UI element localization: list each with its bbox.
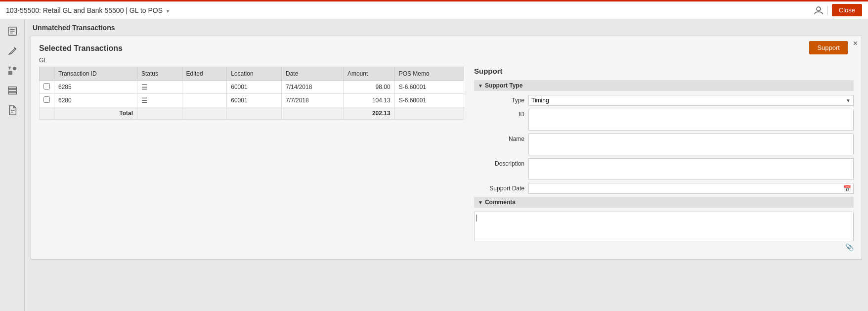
cell-edited-1 bbox=[182, 81, 227, 94]
gl-label: GL bbox=[39, 57, 854, 64]
footer-date-cell bbox=[282, 107, 344, 120]
comments-header-label: Comments bbox=[485, 199, 516, 206]
sidebar bbox=[0, 19, 25, 311]
cell-location-2: 60001 bbox=[227, 94, 282, 107]
svg-rect-11 bbox=[8, 92, 16, 94]
footer-status-cell bbox=[137, 107, 182, 120]
user-icon[interactable] bbox=[814, 5, 824, 15]
footer-total-label: Total bbox=[54, 107, 137, 120]
col-header-edited: Edited bbox=[182, 67, 227, 81]
support-section: Support ▼ Support Type Type Timing Docum… bbox=[474, 67, 854, 251]
footer-location-cell bbox=[227, 107, 282, 120]
cell-checkbox-1[interactable] bbox=[40, 81, 54, 94]
collapse-triangle-comments[interactable]: ▼ bbox=[478, 200, 483, 205]
date-wrapper: 📅 bbox=[528, 183, 854, 194]
description-field[interactable] bbox=[528, 158, 854, 180]
type-select[interactable]: Timing Documentation Other bbox=[528, 95, 854, 106]
paperclip-row: 📎 bbox=[474, 241, 854, 251]
comments-header: ▼ Comments bbox=[474, 197, 854, 208]
support-panel-title: Support bbox=[474, 67, 854, 75]
col-header-amount: Amount bbox=[344, 67, 395, 81]
cell-date-2: 7/7/2018 bbox=[282, 94, 344, 107]
form-row-type: Type Timing Documentation Other ▼ bbox=[474, 95, 854, 106]
id-field[interactable] bbox=[528, 109, 854, 131]
svg-rect-9 bbox=[8, 87, 16, 89]
col-header-pos-memo: POS Memo bbox=[394, 67, 464, 81]
vertical-divider bbox=[827, 6, 828, 15]
sidebar-item-shapes[interactable] bbox=[4, 62, 21, 79]
cell-date-1: 7/14/2018 bbox=[282, 81, 344, 94]
table-footer-row: Total 202.13 bbox=[40, 107, 464, 120]
table-row: 6285 ☰ 60001 7/14/2018 98.00 S-6.60001 bbox=[40, 81, 464, 94]
cell-status-2: ☰ bbox=[137, 94, 182, 107]
transactions-table: Transaction ID Status Edited Location Da… bbox=[39, 67, 464, 120]
modal-body: Transaction ID Status Edited Location Da… bbox=[39, 67, 854, 251]
cell-status-1: ☰ bbox=[137, 81, 182, 94]
name-field[interactable] bbox=[528, 133, 854, 155]
user-icon-area bbox=[814, 5, 824, 15]
support-button[interactable]: Support bbox=[809, 41, 848, 54]
form-row-id: ID bbox=[474, 109, 854, 131]
svg-point-0 bbox=[817, 7, 821, 11]
cell-checkbox-2[interactable] bbox=[40, 94, 54, 107]
form-row-name: Name bbox=[474, 133, 854, 155]
table-row: 6280 ☰ 60001 7/7/2018 104.13 S-6.60001 bbox=[40, 94, 464, 107]
description-label: Description bbox=[474, 158, 528, 167]
content-area: Unmatched Transactions × Support Selecte… bbox=[25, 19, 868, 311]
sidebar-item-edit[interactable] bbox=[4, 43, 21, 59]
cell-pos-memo-2: S-6.60001 bbox=[394, 94, 464, 107]
sidebar-item-report[interactable] bbox=[4, 23, 21, 40]
svg-point-7 bbox=[12, 67, 16, 70]
svg-rect-6 bbox=[8, 71, 12, 75]
cell-amount-1: 98.00 bbox=[344, 81, 395, 94]
support-type-header-label: Support Type bbox=[485, 82, 522, 89]
row-checkbox-1[interactable] bbox=[43, 83, 50, 89]
sidebar-item-doc[interactable] bbox=[4, 102, 21, 119]
cell-location-1: 60001 bbox=[227, 81, 282, 94]
main-layout: Unmatched Transactions × Support Selecte… bbox=[0, 19, 868, 311]
name-label: Name bbox=[474, 133, 528, 142]
svg-rect-10 bbox=[8, 89, 16, 91]
form-row-description: Description bbox=[474, 158, 854, 180]
col-header-transaction-id: Transaction ID bbox=[54, 67, 137, 81]
status-icon-1: ☰ bbox=[141, 83, 148, 91]
cell-edited-2 bbox=[182, 94, 227, 107]
footer-checkbox-cell bbox=[40, 107, 54, 120]
col-header-checkbox bbox=[40, 67, 54, 81]
row-checkbox-2[interactable] bbox=[43, 96, 50, 103]
type-select-wrapper: Timing Documentation Other ▼ bbox=[528, 95, 854, 106]
type-label: Type bbox=[474, 95, 528, 104]
top-bar-right: Close bbox=[814, 4, 862, 16]
cell-transaction-id-1: 6285 bbox=[54, 81, 137, 94]
modal-title: Selected Transactions bbox=[39, 44, 854, 53]
footer-pos-memo-cell bbox=[394, 107, 464, 120]
close-button[interactable]: Close bbox=[832, 4, 862, 16]
col-header-location: Location bbox=[227, 67, 282, 81]
paperclip-icon[interactable]: 📎 bbox=[845, 243, 854, 251]
form-row-support-date: Support Date 📅 bbox=[474, 183, 854, 194]
footer-edited-cell bbox=[182, 107, 227, 120]
modal-panel: × Support Selected Transactions GL Trans… bbox=[31, 36, 862, 260]
app-title: 103-55500: Retail GL and Bank 55500 | GL… bbox=[6, 6, 169, 14]
id-label: ID bbox=[474, 109, 528, 118]
support-date-input[interactable] bbox=[528, 183, 854, 194]
footer-total-amount: 202.13 bbox=[344, 107, 395, 120]
top-bar: 103-55500: Retail GL and Bank 55500 | GL… bbox=[0, 0, 868, 19]
title-arrow[interactable]: ▾ bbox=[167, 8, 169, 14]
col-header-date: Date bbox=[282, 67, 344, 81]
section-title: Unmatched Transactions bbox=[31, 24, 862, 32]
cell-amount-2: 104.13 bbox=[344, 94, 395, 107]
status-icon-2: ☰ bbox=[141, 96, 148, 104]
table-section: Transaction ID Status Edited Location Da… bbox=[39, 67, 464, 251]
comments-box[interactable] bbox=[474, 212, 854, 241]
support-date-label: Support Date bbox=[474, 183, 528, 192]
sidebar-item-list[interactable] bbox=[4, 82, 21, 99]
col-header-status: Status bbox=[137, 67, 182, 81]
comments-area: 📎 bbox=[474, 212, 854, 251]
support-type-header: ▼ Support Type bbox=[474, 80, 854, 91]
cell-transaction-id-2: 6280 bbox=[54, 94, 137, 107]
collapse-triangle-type[interactable]: ▼ bbox=[478, 83, 483, 89]
svg-marker-8 bbox=[8, 67, 11, 70]
modal-close-button[interactable]: × bbox=[853, 39, 858, 48]
text-cursor bbox=[477, 215, 477, 222]
